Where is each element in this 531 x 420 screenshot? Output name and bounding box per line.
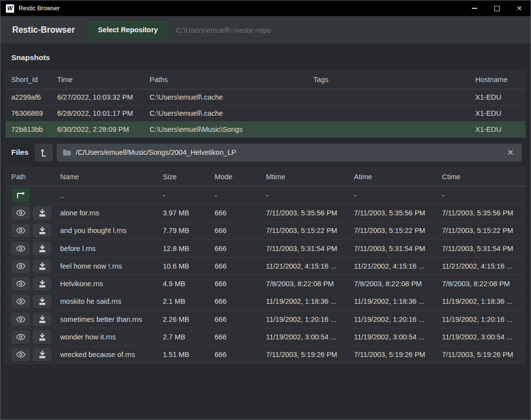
eye-icon <box>16 316 25 323</box>
file-mtime: 7/8/2003, 8:22:08 PM <box>266 280 354 288</box>
preview-file-button[interactable] <box>11 277 30 291</box>
file-mode: 666 <box>215 351 266 358</box>
snapshots-section-header: Snapshots <box>0 43 531 70</box>
file-name[interactable]: .. <box>60 191 163 199</box>
clear-path-button[interactable]: ✕ <box>506 148 515 157</box>
file-mode: 666 <box>215 280 266 288</box>
snapshots-column-header: Tags <box>313 76 475 84</box>
download-icon <box>39 227 46 234</box>
file-name: wrecked because of.rns <box>60 351 163 358</box>
file-row: alone for.rns3.97 MB6667/11/2003, 5:35:5… <box>5 204 526 222</box>
close-button[interactable]: ✕ <box>508 0 531 16</box>
go-to-parent-button[interactable] <box>35 144 53 162</box>
file-atime: 11/21/2002, 4:15:16 ... <box>354 262 442 270</box>
window-title: Restic Browser <box>19 5 60 12</box>
file-mode: 666 <box>215 262 266 270</box>
file-mode: 666 <box>215 227 266 234</box>
preview-file-button[interactable] <box>11 313 30 326</box>
maximize-button[interactable] <box>486 0 508 16</box>
files-table-header: PathNameSizeModeMtimeAtimeCtime <box>5 167 526 187</box>
eye-icon <box>16 334 25 340</box>
file-row: moskito he said.rns2.1 MB66611/19/2002, … <box>5 293 526 311</box>
file-row: and you thought l.rns7.79 MB6667/11/2003… <box>5 222 526 240</box>
file-size: 2.1 MB <box>163 297 215 305</box>
snapshot-row[interactable]: 72b813bb6/30/2022, 2:28:09 PMC:\Users\em… <box>5 122 526 138</box>
file-mode: 666 <box>215 297 266 305</box>
eye-icon <box>16 263 25 270</box>
empty-area <box>0 364 531 420</box>
files-column-header: Size <box>163 173 215 181</box>
download-icon <box>39 333 46 341</box>
file-mode: 666 <box>215 245 266 252</box>
file-row: feel home now !.rns10.6 MB66611/21/2002,… <box>5 257 526 275</box>
maximize-icon <box>494 6 500 11</box>
file-atime: 7/11/2003, 5:31:54 PM <box>354 245 442 252</box>
preview-file-button[interactable] <box>11 259 30 273</box>
file-actions <box>11 294 60 308</box>
download-file-button[interactable] <box>33 242 51 255</box>
file-atime: - <box>354 191 442 199</box>
select-repository-button[interactable]: Select Repository <box>87 21 169 39</box>
preview-file-button[interactable] <box>11 294 30 308</box>
file-mtime: 11/19/2002, 1:20:16 ... <box>266 315 354 323</box>
download-icon <box>39 280 46 288</box>
snapshot-short_id: 76306869 <box>11 109 57 117</box>
file-mtime: - <box>266 191 354 199</box>
snapshot-row[interactable]: a2299af66/27/2022, 10:03:32 PMC:\Users\e… <box>5 89 526 105</box>
file-ctime: 11/19/2002, 1:20:16 ... <box>442 315 526 323</box>
download-file-button[interactable] <box>33 294 51 308</box>
download-file-button[interactable] <box>33 330 51 344</box>
file-ctime: - <box>442 191 526 199</box>
window-controls: ✕ <box>463 0 531 16</box>
snapshot-time: 6/30/2022, 2:28:09 PM <box>57 126 150 133</box>
app-name: Restic-Browser <box>12 25 75 35</box>
preview-file-button[interactable] <box>11 242 30 255</box>
file-atime: 7/11/2003, 5:35:56 PM <box>354 209 442 217</box>
file-actions <box>11 259 60 273</box>
level-up-icon <box>40 148 47 157</box>
snapshot-row[interactable]: 763068696/28/2022, 10:01:17 PMC:\Users\e… <box>5 105 526 122</box>
preview-file-button[interactable] <box>11 330 30 344</box>
file-mtime: 7/11/2003, 5:31:54 PM <box>266 245 354 252</box>
file-size: 2.7 MB <box>163 333 215 341</box>
download-file-button[interactable] <box>33 313 51 326</box>
eye-icon <box>16 280 25 287</box>
file-row: sometimes better than.rns2.26 MB66611/19… <box>5 311 526 328</box>
snapshot-hostname: X1-EDU <box>475 126 526 133</box>
files-bar: Files /C/Users/emuell/Music/Songs/2004_H… <box>11 143 522 162</box>
current-path-input[interactable]: /C/Users/emuell/Music/Songs/2004_Helveti… <box>57 144 522 162</box>
snapshot-hostname: X1-EDU <box>475 109 526 117</box>
files-column-header: Path <box>11 173 60 181</box>
file-actions <box>11 348 60 361</box>
minimize-button[interactable] <box>463 0 486 16</box>
parent-dir-actions <box>11 188 60 203</box>
download-icon <box>39 245 46 252</box>
snapshot-short_id: 72b813bb <box>11 126 57 133</box>
download-icon <box>39 209 46 217</box>
file-mtime: 7/11/2003, 5:15:22 PM <box>266 227 354 234</box>
file-size: 1.51 MB <box>163 351 215 358</box>
preview-file-button[interactable] <box>11 348 30 361</box>
files-table-body: alone for.rns3.97 MB6667/11/2003, 5:35:5… <box>5 204 526 364</box>
snapshots-column-header: Hostname <box>475 76 526 84</box>
file-ctime: 7/11/2003, 5:15:22 PM <box>442 227 526 234</box>
open-parent-dir-button[interactable] <box>11 188 30 203</box>
eye-icon <box>16 245 25 252</box>
download-icon <box>39 315 46 323</box>
preview-file-button[interactable] <box>11 206 30 220</box>
download-file-button[interactable] <box>33 277 51 291</box>
download-file-button[interactable] <box>33 259 51 273</box>
file-mtime: 11/21/2002, 4:15:16 ... <box>266 262 354 270</box>
download-file-button[interactable] <box>33 224 51 237</box>
file-atime: 7/11/2003, 5:15:22 PM <box>354 227 442 234</box>
current-path-value: /C/Users/emuell/Music/Songs/2004_Helveti… <box>76 148 501 156</box>
snapshot-paths: C:\Users\emuell\.cache <box>150 109 313 117</box>
file-actions <box>11 277 60 291</box>
download-file-button[interactable] <box>33 206 51 220</box>
files-column-header: Mtime <box>266 173 354 181</box>
files-title: Files <box>11 148 35 157</box>
download-file-button[interactable] <box>33 348 51 361</box>
preview-file-button[interactable] <box>11 224 30 237</box>
file-mtime: 11/19/2002, 1:18:36 ... <box>266 297 354 305</box>
file-actions <box>11 330 60 344</box>
